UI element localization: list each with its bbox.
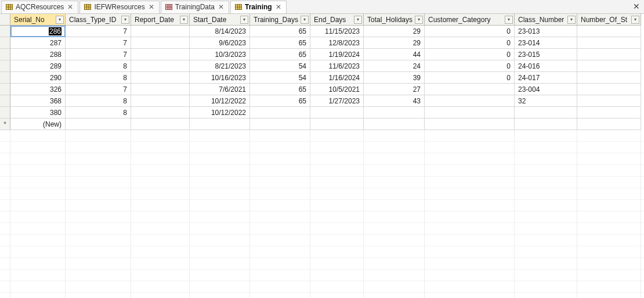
cell[interactable]: 8	[66, 107, 131, 119]
cell[interactable]	[577, 37, 641, 49]
cell[interactable]	[250, 107, 310, 119]
cell[interactable]: 0	[425, 49, 515, 60]
chevron-down-icon[interactable]: ▾	[354, 16, 362, 24]
close-icon[interactable]: ✕	[274, 3, 283, 11]
cell[interactable]: 7/6/2021	[190, 84, 250, 95]
column-header-serial_no[interactable]: Serial_No▾	[10, 14, 66, 26]
cell[interactable]: 23-014	[515, 37, 577, 49]
cell[interactable]: 8	[66, 95, 131, 107]
chevron-down-icon[interactable]: ▾	[567, 16, 576, 24]
close-icon[interactable]: ✕	[217, 3, 225, 11]
chevron-down-icon[interactable]: ▾	[240, 16, 248, 24]
column-header-class_type_id[interactable]: Class_Type_ID▾	[66, 14, 131, 26]
cell[interactable]: 0	[425, 60, 515, 72]
cell[interactable]	[577, 26, 641, 37]
cell[interactable]: 368	[10, 95, 66, 107]
column-header-number_of_st[interactable]: Number_Of_St▾	[577, 14, 641, 26]
close-panel-button[interactable]: ✕	[631, 1, 642, 12]
cell[interactable]: 1/27/2023	[310, 95, 364, 107]
column-header-total_holidays[interactable]: Total_Holidays▾	[364, 14, 425, 26]
cell[interactable]: 65	[250, 95, 310, 107]
cell[interactable]: 290	[10, 72, 66, 84]
tab-aqcresources[interactable]: AQCResources✕	[1, 1, 78, 13]
cell[interactable]	[131, 26, 190, 37]
chevron-down-icon[interactable]: ▾	[415, 16, 423, 24]
cell[interactable]: 7	[66, 37, 131, 49]
chevron-down-icon[interactable]: ▾	[121, 16, 129, 24]
cell[interactable]	[515, 107, 577, 119]
chevron-down-icon[interactable]: ▾	[180, 16, 188, 24]
cell-new[interactable]	[364, 119, 425, 130]
tab-trainingdata[interactable]: TrainingData✕	[161, 1, 229, 13]
cell[interactable]: 9/6/2023	[190, 37, 250, 49]
close-icon[interactable]: ✕	[66, 3, 74, 11]
cell[interactable]	[131, 107, 190, 119]
cell[interactable]: 11/6/2023	[310, 60, 364, 72]
cell-new[interactable]	[250, 119, 310, 130]
row-selector[interactable]	[0, 84, 10, 95]
cell[interactable]	[577, 49, 641, 60]
row-selector[interactable]	[0, 107, 10, 119]
select-all-corner[interactable]	[0, 14, 10, 26]
cell[interactable]	[577, 60, 641, 72]
cell[interactable]: 289	[10, 60, 66, 72]
cell[interactable]: 12/8/2023	[310, 37, 364, 49]
cell[interactable]	[577, 107, 641, 119]
cell[interactable]: 65	[250, 37, 310, 49]
row-selector[interactable]	[0, 95, 10, 107]
row-selector[interactable]	[0, 72, 10, 84]
cell[interactable]: 287	[10, 37, 66, 49]
row-selector[interactable]	[0, 49, 10, 60]
cell-new[interactable]	[190, 119, 250, 130]
cell[interactable]	[577, 72, 641, 84]
cell[interactable]: 24	[364, 60, 425, 72]
cell-new[interactable]	[66, 119, 131, 130]
cell[interactable]: 7	[66, 84, 131, 95]
cell[interactable]: 1/16/2024	[310, 72, 364, 84]
cell-new[interactable]	[425, 119, 515, 130]
new-row-selector[interactable]: *	[0, 119, 10, 130]
tab-iefwresources[interactable]: IEFWResources✕	[79, 1, 159, 13]
cell-new[interactable]	[310, 119, 364, 130]
cell[interactable]: 8	[66, 72, 131, 84]
row-selector[interactable]	[0, 26, 10, 37]
cell[interactable]: 380	[10, 107, 66, 119]
cell[interactable]: 0	[425, 26, 515, 37]
cell[interactable]: 44	[364, 49, 425, 60]
cell[interactable]: 39	[364, 72, 425, 84]
column-header-customer_category[interactable]: Customer_Category▾	[425, 14, 515, 26]
cell[interactable]: 10/5/2021	[310, 84, 364, 95]
cell[interactable]	[131, 49, 190, 60]
cell[interactable]: 8/21/2023	[190, 60, 250, 72]
cell[interactable]	[425, 107, 515, 119]
cell[interactable]	[425, 95, 515, 107]
column-header-report_date[interactable]: Report_Date▾	[131, 14, 190, 26]
cell[interactable]: 0	[425, 72, 515, 84]
cell[interactable]: 11/15/2023	[310, 26, 364, 37]
chevron-down-icon[interactable]: ▾	[505, 16, 513, 24]
cell[interactable]	[425, 84, 515, 95]
cell[interactable]	[577, 95, 641, 107]
cell[interactable]	[310, 107, 364, 119]
cell[interactable]: 23-013	[515, 26, 577, 37]
cell[interactable]: 288	[10, 49, 66, 60]
row-selector[interactable]	[0, 60, 10, 72]
cell[interactable]: 65	[250, 26, 310, 37]
cell-new[interactable]	[515, 119, 577, 130]
cell[interactable]: 1/19/2024	[310, 49, 364, 60]
cell[interactable]: 32	[515, 95, 577, 107]
cell[interactable]: 54	[250, 72, 310, 84]
cell[interactable]: 24-017	[515, 72, 577, 84]
column-header-class_number[interactable]: Class_Number▾	[515, 14, 577, 26]
chevron-down-icon[interactable]: ▾	[301, 16, 309, 24]
cell[interactable]: 43	[364, 95, 425, 107]
cell[interactable]: 10/12/2022	[190, 107, 250, 119]
chevron-down-icon[interactable]: ▾	[56, 16, 64, 24]
row-selector[interactable]	[0, 37, 10, 49]
cell[interactable]	[131, 60, 190, 72]
cell[interactable]: 23-015	[515, 49, 577, 60]
cell[interactable]: 29	[364, 37, 425, 49]
cell[interactable]: 27	[364, 84, 425, 95]
close-icon[interactable]: ✕	[147, 3, 155, 11]
cell[interactable]	[577, 84, 641, 95]
